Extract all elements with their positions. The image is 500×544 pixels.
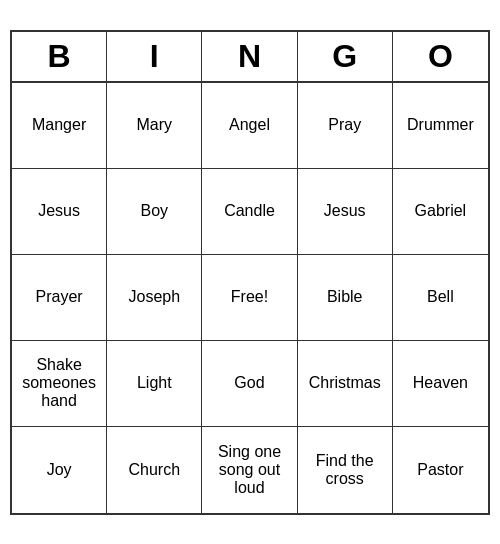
bingo-cell: Find the cross	[298, 427, 393, 513]
header-letter: O	[393, 32, 488, 81]
bingo-cell: Light	[107, 341, 202, 427]
bingo-cell: Bible	[298, 255, 393, 341]
bingo-cell: Bell	[393, 255, 488, 341]
bingo-cell: Manger	[12, 83, 107, 169]
bingo-cell: Church	[107, 427, 202, 513]
bingo-cell: Gabriel	[393, 169, 488, 255]
bingo-header: BINGO	[12, 32, 488, 83]
bingo-cell: Pray	[298, 83, 393, 169]
bingo-cell: Prayer	[12, 255, 107, 341]
bingo-card: BINGO MangerMaryAngelPrayDrummerJesusBoy…	[10, 30, 490, 515]
header-letter: G	[298, 32, 393, 81]
bingo-cell: Joy	[12, 427, 107, 513]
header-letter: B	[12, 32, 107, 81]
bingo-cell: Pastor	[393, 427, 488, 513]
bingo-cell: Jesus	[12, 169, 107, 255]
bingo-grid: MangerMaryAngelPrayDrummerJesusBoyCandle…	[12, 83, 488, 513]
bingo-cell: God	[202, 341, 297, 427]
bingo-cell: Drummer	[393, 83, 488, 169]
bingo-cell: Christmas	[298, 341, 393, 427]
bingo-cell: Boy	[107, 169, 202, 255]
bingo-cell: Mary	[107, 83, 202, 169]
header-letter: N	[202, 32, 297, 81]
bingo-cell: Heaven	[393, 341, 488, 427]
bingo-cell: Joseph	[107, 255, 202, 341]
header-letter: I	[107, 32, 202, 81]
bingo-cell: Sing one song out loud	[202, 427, 297, 513]
bingo-cell: Shake someones hand	[12, 341, 107, 427]
bingo-cell: Angel	[202, 83, 297, 169]
bingo-cell: Free!	[202, 255, 297, 341]
bingo-cell: Jesus	[298, 169, 393, 255]
bingo-cell: Candle	[202, 169, 297, 255]
